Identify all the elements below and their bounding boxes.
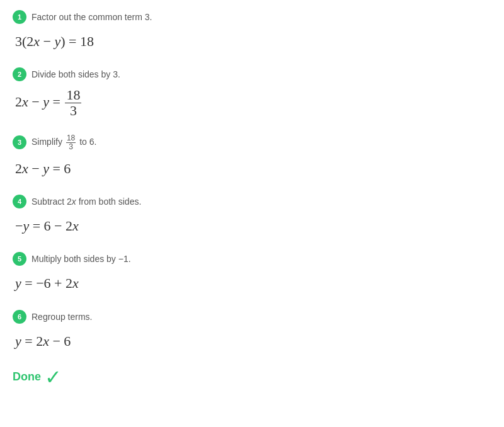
step-4-equation: −y = 6 − 2x [15,215,491,237]
step-1-equation: 3(2x − y) = 18 [15,30,491,52]
step-5-description: Multiply both sides by −1. [32,254,131,264]
step-3-description: Simplify 18 3 to 6. [32,134,96,151]
step-6-equation: y = 2x − 6 [15,330,491,352]
step-3-number: 3 [13,135,26,149]
step-2-number: 2 [13,67,26,81]
step-5-header: 5 Multiply both sides by −1. [13,252,491,266]
step-6: 6 Regroup terms. y = 2x − 6 [13,310,491,352]
step-2-header: 2 Divide both sides by 3. [13,67,491,81]
step-1-number: 1 [13,10,26,24]
step-1-header: 1 Factor out the common term 3. [13,10,491,24]
step-5: 5 Multiply both sides by −1. y = −6 + 2x [13,252,491,294]
step-3-header: 3 Simplify 18 3 to 6. [13,134,491,151]
step-2-description: Divide both sides by 3. [32,69,120,79]
step-4: 4 Subtract 2x from both sides. −y = 6 − … [13,195,491,237]
step-3: 3 Simplify 18 3 to 6. 2x − y = 6 [13,134,491,180]
step-5-equation: y = −6 + 2x [15,272,491,294]
step-6-number: 6 [13,310,26,324]
done-section: Done ✓ [13,367,491,387]
step-1: 1 Factor out the common term 3. 3(2x − y… [13,10,491,52]
step-2: 2 Divide both sides by 3. 2x − y = 18 3 [13,67,491,118]
step-6-description: Regroup terms. [32,312,92,322]
step-4-description: Subtract 2x from both sides. [32,196,141,207]
step-3-equation: 2x − y = 6 [15,157,491,179]
step-1-description: Factor out the common term 3. [32,12,152,22]
done-label: Done [13,370,41,384]
step-4-number: 4 [13,195,26,208]
checkmark-icon: ✓ [45,367,62,387]
step-5-number: 5 [13,252,26,266]
step-4-header: 4 Subtract 2x from both sides. [13,195,491,208]
step-6-header: 6 Regroup terms. [13,310,491,324]
step-2-equation: 2x − y = 18 3 [15,88,491,118]
